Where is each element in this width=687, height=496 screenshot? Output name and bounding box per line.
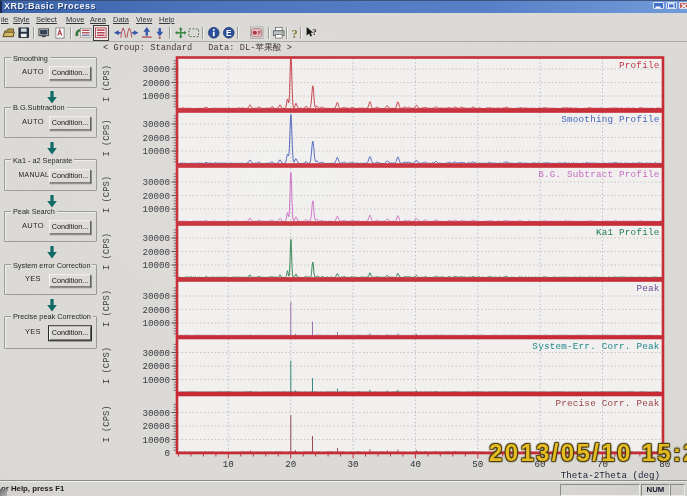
svg-text:10000: 10000 [142,318,170,329]
svg-text:I (CPS): I (CPS) [102,120,112,157]
svg-text:B.G. Subtract Profile: B.G. Subtract Profile [538,169,659,180]
svg-text:10000: 10000 [142,204,170,215]
svg-text:50: 50 [472,459,483,470]
svg-text:I (CPS): I (CPS) [102,233,112,270]
svg-text:30000: 30000 [142,64,170,75]
svg-text:?: ? [292,27,298,40]
svg-text:20000: 20000 [142,133,170,144]
svg-text:Precise Corr. Peak: Precise Corr. Peak [555,398,659,409]
svg-text:0: 0 [164,448,170,459]
svg-text:10: 10 [223,459,234,470]
svg-text:30000: 30000 [142,177,170,188]
svg-text:30: 30 [348,459,359,470]
svg-text:10000: 10000 [142,260,170,271]
svg-text:Ka1 Profile: Ka1 Profile [596,227,660,238]
svg-text:Smoothing Profile: Smoothing Profile [561,114,659,125]
svg-text:30000: 30000 [142,233,170,244]
svg-text:Peak: Peak [636,283,659,294]
svg-text:40: 40 [410,459,421,470]
svg-text:Theta-2Theta (deg): Theta-2Theta (deg) [561,470,660,481]
svg-text:Profile: Profile [619,60,659,71]
svg-text:30000: 30000 [142,408,170,419]
svg-text:I (CPS): I (CPS) [102,347,112,384]
svg-text:20000: 20000 [142,78,170,89]
svg-text:30000: 30000 [142,291,170,302]
svg-text:I (CPS): I (CPS) [102,406,112,443]
svg-text:20000: 20000 [142,361,170,372]
svg-text:10000: 10000 [142,146,170,157]
svg-text:10000: 10000 [142,91,170,102]
svg-text:I (CPS): I (CPS) [102,65,112,102]
svg-text:I (CPS): I (CPS) [102,176,112,213]
svg-text:30000: 30000 [142,348,170,359]
svg-text:20000: 20000 [142,247,170,258]
svg-text:10000: 10000 [142,375,170,386]
svg-text:20000: 20000 [142,305,170,316]
svg-text:20: 20 [285,459,296,470]
svg-text:30000: 30000 [142,119,170,130]
svg-text:20000: 20000 [142,191,170,202]
svg-text:System-Err. Corr. Peak: System-Err. Corr. Peak [532,341,659,352]
svg-text:E: E [226,29,232,38]
svg-text:?: ? [312,27,316,37]
svg-text:20000: 20000 [142,421,170,432]
svg-text:10000: 10000 [142,435,170,446]
svg-text:I (CPS): I (CPS) [102,290,112,327]
